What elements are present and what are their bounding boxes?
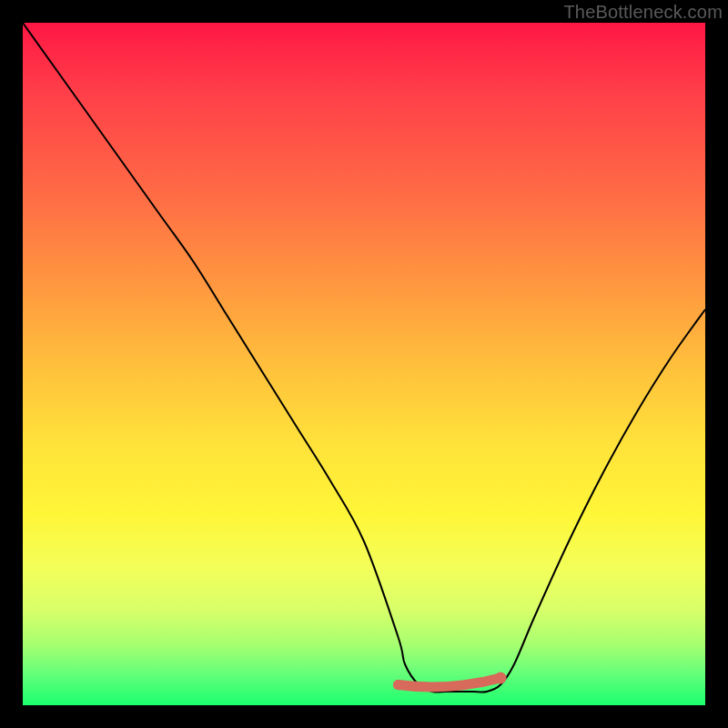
optimal-range-left-dot <box>393 680 403 690</box>
watermark-text: TheBottleneck.com <box>563 2 723 23</box>
curve-layer <box>23 23 705 705</box>
bottleneck-curve <box>23 23 705 693</box>
plot-gradient-background <box>23 23 705 705</box>
optimal-range-right-dot <box>495 672 507 684</box>
chart-frame: TheBottleneck.com <box>0 0 728 728</box>
